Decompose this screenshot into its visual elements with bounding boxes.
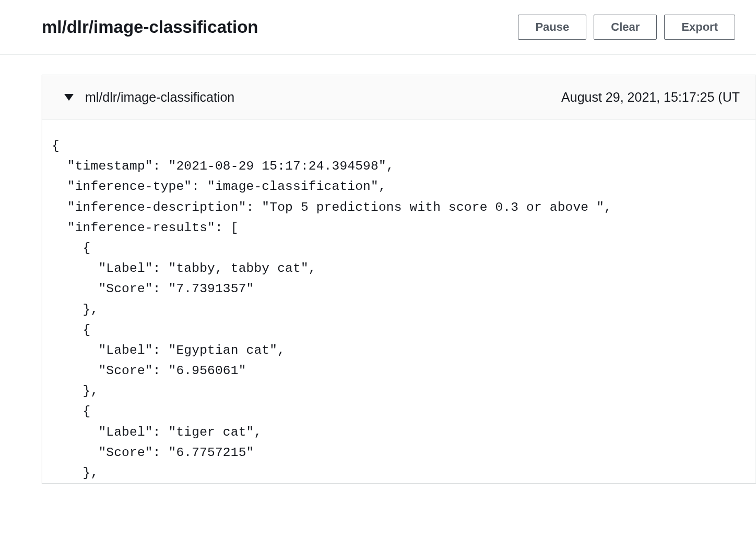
- collapse-triangle-icon[interactable]: [64, 94, 74, 101]
- log-panel-title: ml/dlr/image-classification: [85, 90, 234, 105]
- export-button[interactable]: Export: [664, 15, 735, 40]
- page-title: ml/dlr/image-classification: [42, 17, 258, 37]
- log-panel-timestamp: August 29, 2021, 15:17:25 (UT: [561, 90, 740, 105]
- clear-button[interactable]: Clear: [594, 15, 657, 40]
- log-panel-header-left: ml/dlr/image-classification: [64, 90, 234, 105]
- log-json-content: { "timestamp": "2021-08-29 15:17:24.3945…: [42, 120, 755, 483]
- button-group: Pause Clear Export: [518, 15, 735, 40]
- header: ml/dlr/image-classification Pause Clear …: [0, 0, 756, 55]
- log-panel: ml/dlr/image-classification August 29, 2…: [42, 75, 756, 483]
- log-panel-header: ml/dlr/image-classification August 29, 2…: [42, 75, 755, 120]
- pause-button[interactable]: Pause: [518, 15, 586, 40]
